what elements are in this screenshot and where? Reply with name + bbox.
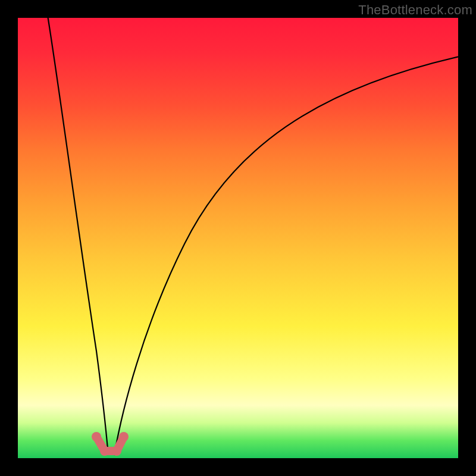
highlight-marker-dot bbox=[92, 432, 101, 441]
highlight-marker-dot bbox=[119, 432, 129, 441]
highlight-marker-dot bbox=[112, 446, 121, 456]
chart-svg bbox=[18, 18, 458, 458]
chart-container: TheBottleneck.com bbox=[0, 0, 476, 476]
watermark-text: TheBottleneck.com bbox=[358, 2, 472, 18]
highlight-marker-dot bbox=[100, 446, 109, 456]
curve-right bbox=[114, 57, 459, 455]
curve-left bbox=[48, 15, 108, 455]
plot-area bbox=[18, 18, 458, 458]
